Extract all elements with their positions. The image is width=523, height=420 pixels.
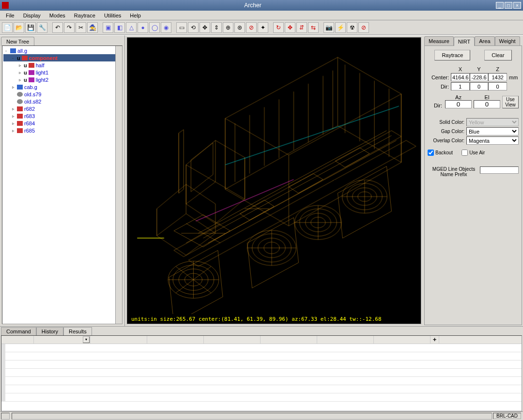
close-button[interactable]: × — [513, 2, 521, 9]
tab-history[interactable]: History — [36, 327, 63, 335]
center-icon[interactable]: ⊕ — [223, 22, 233, 33]
select-icon[interactable]: ▭ — [176, 22, 187, 33]
menu-help[interactable]: Help — [126, 12, 145, 19]
col-7[interactable] — [374, 336, 431, 344]
radiation-icon[interactable]: ☢ — [347, 22, 357, 33]
tree-view[interactable]: -all.g-ucomponent▹uhalf▹ulight1▹ulight2▹… — [2, 45, 123, 324]
tree-node-half[interactable]: ▹uhalf — [3, 61, 121, 69]
menu-raytrace[interactable]: Raytrace — [70, 12, 99, 19]
overlap-color-select[interactable]: Magenta — [466, 136, 519, 145]
tree-node-light1[interactable]: ▹ulight1 — [3, 69, 121, 76]
useair-checkbox[interactable]: Use Air — [461, 150, 485, 156]
backout-checkbox[interactable]: Backout — [428, 150, 453, 156]
move-icon[interactable]: ✥ — [200, 22, 210, 33]
maximize-button[interactable]: □ — [505, 2, 512, 9]
col-1[interactable]: ▾ — [34, 336, 91, 344]
camera-icon[interactable]: 📷 — [323, 22, 334, 33]
leftright-icon[interactable]: ⇆ — [308, 22, 319, 33]
cube-icon[interactable]: ◧ — [114, 22, 125, 33]
minimize-button[interactable]: _ — [496, 2, 504, 9]
tab-area[interactable]: Area — [475, 36, 494, 45]
updown-icon[interactable]: ⇵ — [296, 22, 307, 33]
el-input[interactable] — [474, 100, 500, 108]
col-5[interactable] — [261, 336, 317, 344]
tree-node-old-s82[interactable]: old.s82 — [3, 98, 121, 105]
col-2[interactable] — [91, 336, 147, 344]
box-icon[interactable]: ▣ — [103, 22, 113, 33]
new-icon[interactable]: 📄 — [2, 22, 13, 33]
wizard-icon[interactable]: 🧙 — [87, 22, 98, 33]
menu-utilities[interactable]: Utilities — [100, 12, 125, 19]
cone-icon[interactable]: △ — [126, 22, 137, 33]
preferences-icon[interactable]: 🔧 — [37, 22, 47, 33]
tree-node-r682[interactable]: ▹r682 — [3, 105, 121, 112]
col-4[interactable] — [204, 336, 261, 344]
col-6[interactable] — [317, 336, 374, 344]
solid-color-label: Solid Color: — [428, 120, 466, 125]
rotate-icon[interactable]: ⟲ — [188, 22, 199, 33]
refresh-icon[interactable]: ↻ — [273, 22, 284, 33]
sphere-icon[interactable]: ● — [138, 22, 148, 33]
target-icon[interactable]: ⊛ — [234, 22, 245, 33]
center-x[interactable] — [451, 73, 470, 81]
canvas-3d[interactable] — [127, 38, 421, 314]
gap-color-label: Gap Color: — [428, 129, 466, 134]
tab-weight[interactable]: Weight — [495, 36, 520, 45]
center-label: Center: — [428, 75, 451, 80]
viewport[interactable]: units:in size:265.67 center:(81.41, 61.3… — [127, 37, 421, 324]
raytrace-button[interactable]: Raytrace — [434, 50, 470, 60]
tab-new-tree[interactable]: New Tree — [1, 37, 34, 46]
center-z[interactable] — [488, 73, 507, 81]
results-table[interactable]: ▾ + — [1, 335, 522, 411]
dir-y[interactable] — [470, 82, 489, 90]
tree-node-all-g[interactable]: -all.g — [3, 47, 121, 54]
solid-color-select[interactable]: Yellow — [466, 118, 519, 126]
tab-nirt[interactable]: NIRT — [454, 37, 475, 46]
pipe-icon[interactable]: ◉ — [161, 22, 171, 33]
add-column-button[interactable]: + — [431, 336, 439, 344]
tab-command[interactable]: Command — [1, 327, 36, 335]
view-status: units:in size:265.67 center:(81.41, 61.3… — [127, 314, 421, 324]
clear-button[interactable]: Clear — [484, 50, 511, 60]
tree-node-r685[interactable]: ▹r685 — [3, 127, 121, 134]
tree-panel: New Tree -all.g-ucomponent▹uhalf▹ulight1… — [0, 35, 125, 326]
open-icon[interactable]: 📂 — [14, 22, 24, 33]
tree-node-r683[interactable]: ▹r683 — [3, 112, 121, 120]
center-y[interactable] — [470, 73, 489, 81]
menu-file[interactable]: File — [2, 12, 18, 19]
compass-icon[interactable]: ✦ — [258, 22, 268, 33]
tree-node-r684[interactable]: ▹r684 — [3, 120, 121, 127]
tree-node-light2[interactable]: ▹ulight2 — [3, 76, 121, 83]
menu-modes[interactable]: Modes — [46, 12, 69, 19]
torus-icon[interactable]: ◯ — [149, 22, 160, 33]
status-box-1 — [1, 413, 10, 420]
pan-icon[interactable]: ✥ — [285, 22, 295, 33]
col-0[interactable] — [1, 336, 34, 344]
use-view-button[interactable]: UseView — [502, 96, 519, 108]
cancel-icon[interactable]: ⊘ — [358, 22, 369, 33]
tab-results[interactable]: Results — [63, 327, 92, 335]
az-label: Az — [445, 94, 472, 100]
redo-icon[interactable]: ↷ — [64, 22, 75, 33]
menu-display[interactable]: Display — [19, 12, 45, 19]
tab-measure[interactable]: Measure — [424, 36, 454, 45]
scale-icon[interactable]: ⇕ — [211, 22, 222, 33]
dir-z[interactable] — [488, 82, 507, 90]
az-input[interactable] — [445, 100, 472, 108]
app-icon — [2, 2, 9, 9]
undo-icon[interactable]: ↶ — [52, 22, 63, 33]
disable-icon[interactable]: ⊘ — [246, 22, 257, 33]
save-icon[interactable]: 💾 — [25, 22, 36, 33]
gap-color-select[interactable]: Blue — [466, 127, 519, 135]
tree-node-cab-g[interactable]: ▹cab.g — [3, 83, 121, 90]
tree-node-old-s79[interactable]: old.s79 — [3, 90, 121, 98]
mged-prefix-input[interactable] — [480, 166, 519, 174]
col-3[interactable] — [147, 336, 204, 344]
tree-node-component[interactable]: -ucomponent — [3, 54, 121, 61]
dir-x[interactable] — [451, 82, 470, 90]
cut-icon[interactable]: ✂ — [76, 22, 86, 33]
label-x: X — [451, 66, 470, 72]
flash-icon[interactable]: ⚡ — [335, 22, 346, 33]
dropdown-icon[interactable]: ▾ — [83, 336, 90, 343]
tree-scrollbar[interactable] — [115, 46, 122, 324]
